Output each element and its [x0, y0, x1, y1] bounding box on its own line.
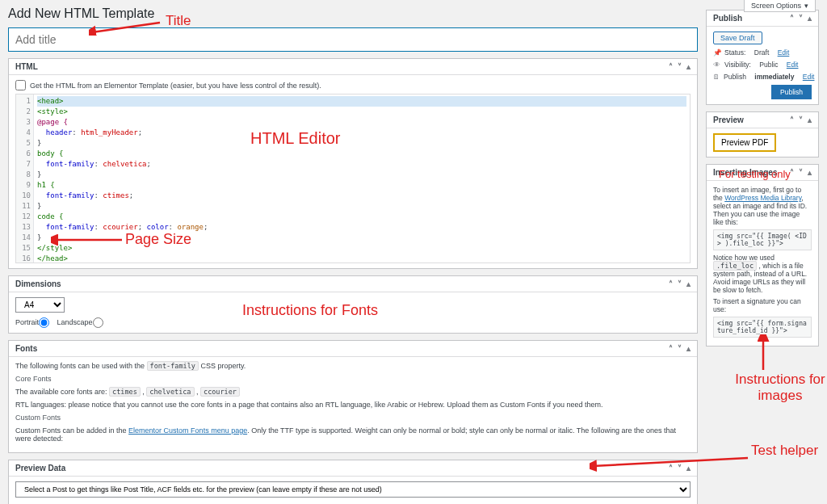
- visibility-edit-link[interactable]: Edit: [787, 61, 799, 69]
- landscape-radio-label[interactable]: Landscape: [57, 318, 105, 326]
- preview-side-title: Preview: [713, 116, 744, 124]
- portrait-radio[interactable]: [39, 317, 49, 328]
- chevron-up-icon[interactable]: ▴: [808, 14, 812, 23]
- preview-side-panel: Preview ˄˅▴ Preview PDF: [706, 111, 819, 158]
- chevron-up-icon[interactable]: ˄: [790, 14, 794, 23]
- screen-options-tab[interactable]: Screen Options ▾: [744, 0, 816, 12]
- chevron-up-icon[interactable]: ˄: [669, 62, 673, 71]
- image-code-example: <img src="{{ Image( <ID> ).file_loc }}">: [713, 229, 812, 250]
- html-panel: HTML ˄˅▴ Get the HTML from an Elementor …: [8, 58, 698, 269]
- preview-post-select[interactable]: Select a Post to get things like Post Ti…: [15, 481, 691, 498]
- preview-pdf-button[interactable]: Preview PDF: [713, 133, 776, 152]
- publish-title: Publish: [713, 14, 742, 23]
- elementor-checkbox[interactable]: [15, 80, 26, 90]
- chevron-up-icon[interactable]: ▴: [686, 464, 691, 472]
- html-panel-title: HTML: [15, 62, 38, 71]
- chevron-up-icon[interactable]: ▴: [808, 168, 812, 177]
- portrait-radio-label[interactable]: Portrait: [15, 318, 51, 326]
- elementor-checkbox-label: Get the HTML from an Elementor Template …: [30, 82, 321, 90]
- chevron-up-icon[interactable]: ˄: [790, 168, 794, 177]
- signature-code-example: <img src="{{ form.signature_field_id }}"…: [713, 317, 812, 338]
- chevron-up-icon[interactable]: ▴: [808, 116, 812, 124]
- dimensions-panel: Dimensions ˄˅▴ A4 Portrait Landscape: [8, 275, 698, 334]
- fonts-panel: Fonts ˄˅▴ The following fonts can be use…: [8, 340, 698, 453]
- chevron-down-icon[interactable]: ˅: [678, 62, 682, 71]
- pin-icon: 📌: [713, 48, 721, 57]
- chevron-up-icon[interactable]: ˄: [669, 344, 673, 353]
- page-size-select[interactable]: A4: [15, 297, 65, 313]
- chevron-down-icon[interactable]: ˅: [678, 344, 682, 353]
- custom-fonts-heading: Custom Fonts: [15, 414, 691, 422]
- chevron-up-icon[interactable]: ▴: [686, 279, 691, 288]
- fonts-title: Fonts: [15, 344, 37, 353]
- chevron-up-icon[interactable]: ▴: [686, 344, 691, 353]
- chevron-up-icon[interactable]: ˄: [790, 116, 794, 124]
- editor-gutter: 12345678910111213141516: [16, 94, 34, 262]
- html-editor[interactable]: 12345678910111213141516 <head> <style> @…: [15, 94, 691, 263]
- images-panel: Inserting Images ˄˅▴ To insert an image,…: [706, 164, 819, 346]
- images-title: Inserting Images: [713, 168, 777, 177]
- publish-button[interactable]: Publish: [771, 85, 812, 99]
- status-edit-link[interactable]: Edit: [778, 48, 790, 57]
- chevron-up-icon[interactable]: ˄: [669, 464, 673, 472]
- chevron-up-icon[interactable]: ▴: [686, 62, 691, 71]
- eye-icon: 👁: [713, 61, 721, 69]
- screen-options-label: Screen Options: [751, 2, 801, 10]
- chevron-down-icon[interactable]: ˅: [678, 464, 682, 472]
- chevron-down-icon[interactable]: ˅: [799, 116, 803, 124]
- chevron-up-icon[interactable]: ˄: [669, 279, 673, 288]
- publish-edit-link[interactable]: Edit: [803, 73, 815, 81]
- publish-panel: Publish ˄˅▴ Save Draft 📌Status: Draft Ed…: [706, 10, 819, 105]
- preview-data-title: Preview Data: [15, 464, 65, 472]
- media-library-link[interactable]: WordPress Media Library: [724, 194, 801, 202]
- chevron-down-icon[interactable]: ˅: [799, 168, 803, 177]
- core-fonts-heading: Core Fonts: [15, 375, 691, 383]
- landscape-radio[interactable]: [93, 317, 103, 328]
- chevron-down-icon: ▾: [804, 2, 808, 10]
- title-input[interactable]: [8, 27, 698, 52]
- elementor-fonts-link[interactable]: Elementor Custom Fonts menu page: [128, 426, 247, 435]
- chevron-down-icon[interactable]: ˅: [799, 14, 803, 23]
- preview-data-panel: Preview Data ˄˅▴ Select a Post to get th…: [8, 460, 698, 504]
- chevron-down-icon[interactable]: ˅: [678, 279, 682, 288]
- page-title: Add New HTML Template: [8, 6, 698, 21]
- save-draft-button[interactable]: Save Draft: [713, 32, 762, 44]
- dimensions-title: Dimensions: [15, 279, 61, 288]
- calendar-icon: 🗓: [713, 73, 720, 81]
